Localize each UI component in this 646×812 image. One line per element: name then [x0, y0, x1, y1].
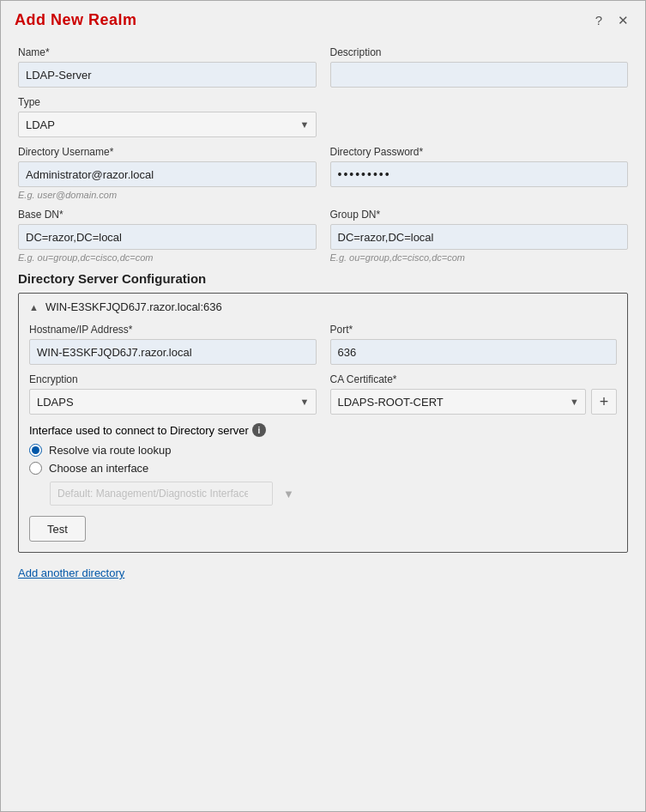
type-group: Type LDAP ▼ — [18, 96, 317, 137]
group-dn-group: Group DN* E.g. ou=group,dc=cisco,dc=com — [330, 209, 629, 263]
base-dn-group: Base DN* E.g. ou=group,dc=cisco,dc=com — [18, 209, 317, 263]
group-dn-label: Group DN* — [330, 209, 629, 221]
name-label: Name* — [18, 46, 317, 58]
type-select-wrapper: LDAP ▼ — [18, 112, 317, 137]
dir-username-input[interactable] — [18, 161, 317, 187]
dir-password-group: Directory Password* — [330, 146, 629, 200]
interface-select-arrow-icon: ▼ — [283, 488, 294, 500]
type-select[interactable]: LDAP — [18, 112, 317, 137]
hostname-input[interactable] — [29, 339, 317, 365]
hostname-label: Hostname/IP Address* — [29, 324, 317, 336]
dialog-body: Name* Description Type LDAP ▼ — [1, 36, 645, 811]
dir-server-content: Hostname/IP Address* Port* Encryption — [19, 320, 627, 506]
base-dn-hint: E.g. ou=group,dc=cisco,dc=com — [18, 252, 317, 263]
description-label: Description — [330, 46, 629, 58]
radio-choose-input[interactable] — [29, 462, 42, 475]
add-ca-cert-button[interactable]: + — [591, 389, 617, 415]
base-dn-label: Base DN* — [18, 209, 317, 221]
dir-username-group: Directory Username* E.g. user@domain.com — [18, 146, 317, 200]
ca-cert-group: CA Certificate* LDAPS-ROOT-CERT ▼ + — [330, 373, 618, 415]
dir-server-chevron-icon: ▲ — [29, 302, 39, 312]
description-input[interactable] — [330, 62, 629, 88]
dir-server-header-label: WIN-E3SKFJQD6J7.razor.local:636 — [45, 300, 222, 313]
radio-choose-label: Choose an interface — [49, 462, 148, 475]
dir-password-label: Directory Password* — [330, 146, 629, 158]
interface-info-row: Interface used to connect to Directory s… — [29, 423, 617, 437]
name-input[interactable] — [18, 62, 317, 88]
radio-resolve-input[interactable] — [29, 444, 42, 457]
help-icon[interactable]: ? — [590, 12, 607, 29]
interface-select-wrapper: Default: Management/Diagnostic Interface — [50, 482, 273, 506]
dialog-header: Add New Realm ? ✕ — [1, 1, 645, 36]
encryption-cert-row: Encryption LDAPS ▼ CA Certificate* — [29, 373, 617, 415]
encryption-select[interactable]: LDAPS — [29, 389, 317, 415]
ca-cert-select[interactable]: LDAPS-ROOT-CERT — [330, 389, 587, 415]
port-input[interactable] — [330, 339, 618, 365]
dir-password-input[interactable] — [330, 161, 629, 187]
hostname-group: Hostname/IP Address* — [29, 324, 317, 365]
interface-label: Interface used to connect to Directory s… — [29, 424, 249, 437]
base-dn-input[interactable] — [18, 224, 317, 250]
credentials-row: Directory Username* E.g. user@domain.com… — [18, 146, 628, 200]
dir-server-header[interactable]: ▲ WIN-E3SKFJQD6J7.razor.local:636 — [19, 294, 627, 320]
dir-username-hint: E.g. user@domain.com — [18, 190, 317, 200]
ca-cert-row: LDAPS-ROOT-CERT ▼ + — [330, 389, 618, 415]
description-group: Description — [330, 46, 629, 88]
radio-resolve-item[interactable]: Resolve via route lookup — [29, 444, 617, 457]
header-icons: ? ✕ — [590, 12, 631, 29]
port-group: Port* — [330, 324, 618, 365]
type-label: Type — [18, 96, 317, 108]
ca-cert-label: CA Certificate* — [330, 373, 618, 385]
name-description-row: Name* Description — [18, 46, 628, 88]
add-new-realm-dialog: Add New Realm ? ✕ Name* Description Type — [0, 0, 646, 812]
radio-group: Resolve via route lookup Choose an inter… — [29, 444, 617, 475]
dn-row: Base DN* E.g. ou=group,dc=cisco,dc=com G… — [18, 209, 628, 263]
dialog-title: Add New Realm — [15, 11, 137, 29]
add-another-directory-link[interactable]: Add another directory — [18, 567, 124, 579]
interface-select-row: Default: Management/Diagnostic Interface… — [50, 482, 617, 506]
encryption-group: Encryption LDAPS ▼ — [29, 373, 317, 415]
port-label: Port* — [330, 324, 618, 336]
radio-choose-item[interactable]: Choose an interface — [29, 462, 617, 475]
encryption-select-wrapper: LDAPS ▼ — [29, 389, 317, 415]
name-group: Name* — [18, 46, 317, 88]
radio-resolve-label: Resolve via route lookup — [49, 444, 171, 457]
directory-server-box: ▲ WIN-E3SKFJQD6J7.razor.local:636 Hostna… — [18, 293, 628, 553]
ca-cert-select-wrapper: LDAPS-ROOT-CERT ▼ — [330, 389, 587, 415]
dir-server-section-title: Directory Server Configuration — [18, 271, 628, 286]
info-icon: i — [252, 423, 266, 437]
group-dn-input[interactable] — [330, 224, 629, 250]
group-dn-hint: E.g. ou=group,dc=cisco,dc=com — [330, 252, 629, 263]
test-button[interactable]: Test — [29, 516, 86, 542]
interface-select[interactable]: Default: Management/Diagnostic Interface — [50, 482, 273, 506]
hostname-port-row: Hostname/IP Address* Port* — [29, 324, 617, 365]
close-icon[interactable]: ✕ — [614, 12, 631, 29]
encryption-label: Encryption — [29, 373, 317, 385]
dir-username-label: Directory Username* — [18, 146, 317, 158]
type-row: Type LDAP ▼ — [18, 96, 628, 137]
